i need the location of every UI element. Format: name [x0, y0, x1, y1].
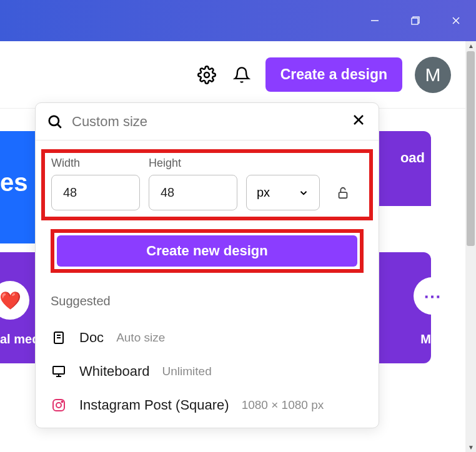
chevron-down-icon — [298, 187, 309, 199]
create-design-button[interactable]: Create a design — [265, 57, 402, 92]
notifications-button[interactable] — [231, 64, 253, 86]
close-button[interactable] — [350, 111, 367, 132]
suggested-item-name: Whiteboard — [79, 363, 150, 380]
width-group: Width — [51, 157, 140, 210]
suggested-item-whiteboard[interactable]: Whiteboard Unlimited — [51, 355, 364, 388]
dimensions-highlight: Width Height px — [41, 149, 373, 220]
lock-open-icon — [336, 186, 350, 200]
lock-aspect-button[interactable] — [336, 175, 350, 210]
close-icon — [352, 114, 365, 126]
width-input[interactable] — [51, 175, 140, 210]
suggested-item-instagram[interactable]: Instagram Post (Square) 1080 × 1080 px — [51, 388, 364, 422]
background-dots-icon: ⋯ — [414, 277, 451, 315]
suggested-item-meta: Auto size — [116, 331, 165, 345]
window-minimize-button[interactable] — [360, 7, 389, 35]
width-label: Width — [51, 157, 140, 170]
suggested-heading: Suggested — [51, 294, 364, 308]
avatar[interactable]: M — [415, 57, 451, 93]
create-new-design-button[interactable]: Create new design — [57, 235, 357, 267]
unit-select[interactable]: px — [246, 175, 320, 210]
background-upload-fragment: oad — [375, 131, 431, 206]
svg-point-6 — [49, 115, 59, 125]
background-blue-text: es — [0, 169, 35, 197]
custom-size-popover: Width Height px Create new design Sugges… — [35, 102, 379, 428]
popover-header — [36, 103, 379, 140]
whiteboard-icon — [51, 364, 66, 379]
window-titlebar — [0, 0, 476, 41]
svg-rect-14 — [53, 366, 64, 374]
height-input[interactable] — [149, 175, 237, 210]
create-button-highlight: Create new design — [51, 229, 364, 273]
suggested-section: Suggested Doc Auto size Whiteboard Unlim… — [36, 273, 379, 422]
search-input[interactable] — [72, 114, 341, 130]
instagram-icon — [51, 398, 66, 413]
bell-icon — [233, 66, 250, 84]
suggested-item-doc[interactable]: Doc Auto size — [51, 321, 364, 355]
svg-point-5 — [204, 72, 209, 77]
svg-point-19 — [62, 401, 63, 403]
svg-point-18 — [56, 403, 61, 408]
svg-rect-10 — [339, 192, 347, 198]
suggested-item-name: Doc — [79, 330, 104, 346]
doc-icon — [51, 330, 66, 345]
svg-rect-2 — [412, 18, 418, 24]
scrollbar-up-arrow-icon[interactable]: ▲ — [468, 42, 474, 49]
settings-button[interactable] — [196, 64, 218, 86]
dimensions-row: Width Height px — [51, 157, 363, 210]
height-label: Height — [149, 157, 237, 170]
app-topbar: Create a design M — [0, 41, 476, 109]
scrollbar-thumb[interactable] — [467, 51, 475, 246]
search-icon — [47, 114, 63, 130]
unit-value: px — [257, 185, 270, 200]
background-m-label: M — [420, 332, 431, 346]
window-maximize-button[interactable] — [401, 7, 429, 35]
svg-line-7 — [57, 124, 61, 127]
suggested-item-meta: 1080 × 1080 px — [242, 398, 324, 412]
scrollbar[interactable]: ▲ ▼ — [465, 41, 476, 452]
scrollbar-down-arrow-icon[interactable]: ▼ — [468, 444, 474, 451]
window-close-button[interactable] — [442, 7, 470, 35]
gear-icon — [197, 66, 216, 84]
height-group: Height — [149, 157, 237, 210]
suggested-item-name: Instagram Post (Square) — [79, 397, 229, 413]
suggested-item-meta: Unlimited — [162, 365, 212, 378]
